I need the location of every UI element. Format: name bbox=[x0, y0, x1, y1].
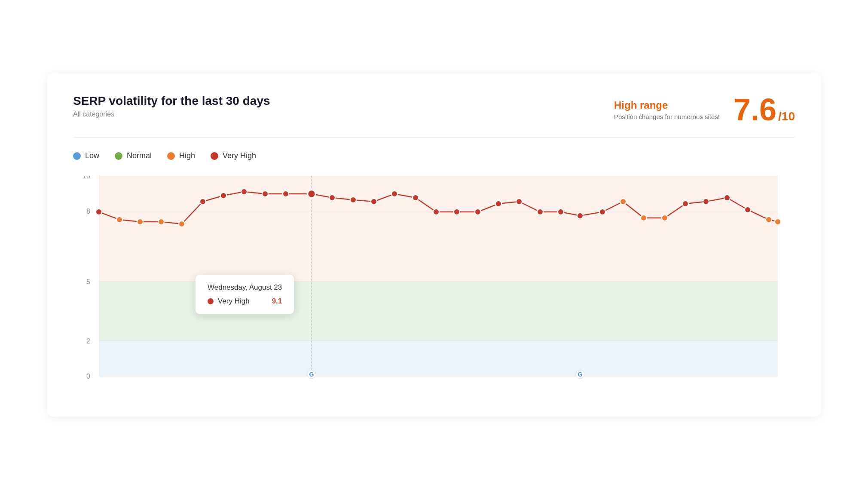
tooltip-date: Wednesday, August 23 bbox=[208, 283, 282, 292]
svg-point-36 bbox=[454, 209, 460, 215]
legend-label-high: High bbox=[179, 151, 195, 160]
svg-point-39 bbox=[516, 199, 522, 205]
legend-dot-normal bbox=[115, 152, 122, 160]
legend-dot-high bbox=[167, 152, 175, 160]
chart-legend: Low Normal High Very High bbox=[73, 151, 795, 160]
svg-point-25 bbox=[220, 193, 226, 199]
legend-dot-low bbox=[73, 152, 81, 160]
svg-point-21 bbox=[137, 219, 143, 225]
svg-point-37 bbox=[475, 209, 481, 215]
legend-item-normal: Normal bbox=[115, 151, 152, 160]
svg-point-52 bbox=[775, 219, 781, 225]
svg-point-38 bbox=[495, 201, 501, 207]
main-card: SERP volatility for the last 30 days All… bbox=[47, 74, 821, 416]
svg-text:0: 0 bbox=[86, 373, 90, 380]
svg-rect-2 bbox=[99, 176, 778, 282]
svg-text:5: 5 bbox=[86, 278, 90, 285]
svg-text:10: 10 bbox=[83, 176, 90, 180]
svg-point-29 bbox=[308, 190, 315, 198]
score-denom: /10 bbox=[778, 110, 795, 123]
svg-point-47 bbox=[682, 201, 688, 207]
legend-item-very-high: Very High bbox=[211, 151, 256, 160]
svg-point-33 bbox=[391, 191, 397, 197]
subtitle: All categories bbox=[73, 110, 270, 118]
legend-label-normal: Normal bbox=[127, 151, 152, 160]
svg-point-20 bbox=[116, 217, 122, 223]
chart-svg: 10 8 5 2 0 G bbox=[73, 176, 795, 382]
svg-point-24 bbox=[200, 199, 206, 205]
tooltip-label: Very High bbox=[218, 297, 250, 306]
card-header: SERP volatility for the last 30 days All… bbox=[73, 94, 795, 125]
svg-point-43 bbox=[599, 209, 605, 215]
svg-point-44 bbox=[620, 199, 626, 205]
tooltip-dot bbox=[208, 298, 214, 304]
svg-text:2: 2 bbox=[86, 337, 90, 345]
svg-point-27 bbox=[262, 191, 268, 197]
range-info: High range Position changes for numerous… bbox=[614, 99, 720, 120]
header-right: High range Position changes for numerous… bbox=[614, 94, 795, 125]
legend-label-very-high: Very High bbox=[223, 151, 256, 160]
svg-point-30 bbox=[329, 195, 335, 201]
svg-text:G: G bbox=[578, 371, 583, 378]
svg-point-51 bbox=[766, 217, 772, 223]
tooltip-row: Very High 9.1 bbox=[208, 297, 282, 306]
tooltip-value: 9.1 bbox=[272, 297, 282, 306]
svg-rect-0 bbox=[99, 341, 778, 376]
legend-item-high: High bbox=[167, 151, 195, 160]
svg-point-42 bbox=[577, 213, 583, 219]
svg-point-26 bbox=[241, 189, 247, 195]
chart-container: 10 8 5 2 0 G bbox=[73, 176, 795, 399]
svg-point-41 bbox=[558, 209, 564, 215]
svg-point-23 bbox=[179, 221, 185, 227]
svg-point-46 bbox=[662, 215, 668, 221]
legend-label-low: Low bbox=[85, 151, 99, 160]
score-display: 7.6 /10 bbox=[734, 94, 795, 125]
svg-point-28 bbox=[283, 191, 289, 197]
score-value: 7.6 bbox=[734, 94, 776, 125]
svg-point-31 bbox=[350, 197, 356, 203]
svg-point-49 bbox=[724, 195, 730, 201]
svg-point-40 bbox=[537, 209, 543, 215]
header-divider bbox=[73, 137, 795, 138]
header-left: SERP volatility for the last 30 days All… bbox=[73, 94, 270, 118]
legend-dot-very-high bbox=[211, 152, 218, 160]
range-desc: Position changes for numerous sites! bbox=[614, 113, 720, 120]
range-label: High range bbox=[614, 99, 720, 111]
svg-text:8: 8 bbox=[86, 208, 90, 215]
svg-point-34 bbox=[413, 195, 419, 201]
svg-point-45 bbox=[641, 215, 647, 221]
legend-item-low: Low bbox=[73, 151, 99, 160]
svg-text:G: G bbox=[309, 371, 314, 378]
svg-point-48 bbox=[703, 199, 709, 205]
svg-point-32 bbox=[371, 199, 377, 205]
chart-tooltip: Wednesday, August 23 Very High 9.1 bbox=[196, 275, 294, 314]
svg-point-19 bbox=[96, 209, 102, 215]
svg-point-22 bbox=[158, 219, 164, 225]
svg-point-50 bbox=[745, 207, 751, 213]
page-title: SERP volatility for the last 30 days bbox=[73, 94, 270, 108]
svg-point-35 bbox=[433, 209, 439, 215]
